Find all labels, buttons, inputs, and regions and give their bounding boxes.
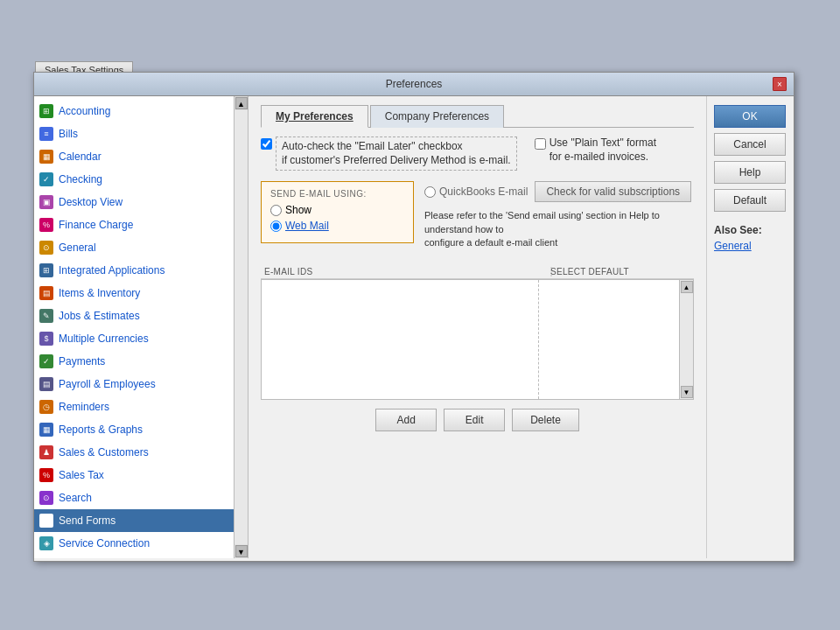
sidebar-item-label-send-forms: Send Forms — [59, 514, 116, 527]
cancel-button[interactable]: Cancel — [714, 133, 786, 156]
reminders-icon: ◷ — [39, 400, 53, 414]
dialog-titlebar: Preferences × — [34, 73, 794, 96]
sidebar-scroll-up[interactable]: ▲ — [235, 97, 248, 109]
sidebar-item-label-items-inventory: Items & Inventory — [59, 287, 140, 299]
sidebar-item-sales-customers[interactable]: ♟Sales & Customers — [34, 441, 248, 464]
sidebar-item-label-sales-tax: Sales Tax — [59, 469, 104, 481]
tab-company-preferences[interactable]: Company Preferences — [370, 105, 504, 128]
radio-show[interactable] — [270, 205, 282, 216]
sales-customers-icon: ♟ — [39, 445, 53, 459]
sidebar-scrollbar[interactable]: ▲ ▼ — [234, 96, 248, 558]
sidebar-scroll-down[interactable]: ▼ — [235, 545, 248, 557]
table-scrollbar[interactable]: ▲ ▼ — [679, 280, 693, 399]
email-ids-default-col — [539, 280, 679, 399]
sidebar-item-label-reports-graphs: Reports & Graphs — [59, 424, 143, 436]
send-forms-icon: ✉ — [39, 514, 53, 528]
checkbox-row: Auto-check the "Email Later" checkboxif … — [261, 136, 694, 171]
sidebar-item-label-finance-charge: Finance Charge — [59, 219, 133, 231]
sidebar-item-general[interactable]: ⊙General — [34, 236, 248, 259]
sidebar-item-spelling[interactable]: ASpelling — [34, 555, 248, 558]
sidebar-item-sales-tax[interactable]: %Sales Tax — [34, 464, 248, 486]
desktop-background: Sales Tax Settings Preferences × ⊞Accoun… — [0, 0, 840, 630]
delete-button[interactable]: Delete — [512, 409, 579, 431]
sidebar-item-reminders[interactable]: ◷Reminders — [34, 396, 248, 418]
multiple-currencies-icon: $ — [39, 332, 53, 346]
sidebar-item-payroll-employees[interactable]: ▤Payroll & Employees — [34, 373, 248, 396]
preferences-dialog: Preferences × ⊞Accounting≡Bills▦Calendar… — [33, 72, 794, 562]
also-see-general-link[interactable]: General — [714, 240, 787, 252]
sidebar-item-search[interactable]: ⊙Search — [34, 486, 248, 509]
email-ids-list[interactable] — [262, 280, 539, 399]
radio-qb-email[interactable] — [424, 186, 436, 198]
radio-show-option: Show — [270, 204, 404, 216]
send-email-title: SEND E-MAIL USING: — [270, 189, 404, 199]
sidebar-item-label-payments: Payments — [59, 355, 105, 368]
check-subscriptions-button[interactable]: Check for valid subscriptions — [535, 181, 691, 202]
qb-email-label-text: QuickBooks E-mail — [439, 186, 528, 198]
sidebar-item-label-checking: Checking — [59, 173, 102, 186]
checkbox-plain-text[interactable] — [535, 138, 546, 150]
sidebar-item-service-connection[interactable]: ◈Service Connection — [34, 532, 248, 555]
service-connection-icon: ◈ — [39, 536, 53, 550]
bottom-buttons: Add Edit Delete — [261, 409, 694, 431]
search-icon: ⊙ — [39, 491, 53, 505]
sidebar-item-label-service-connection: Service Connection — [59, 537, 150, 550]
checkbox-email-later[interactable] — [261, 138, 272, 150]
calendar-icon: ▦ — [39, 150, 53, 164]
help-button[interactable]: Help — [714, 161, 786, 184]
payments-icon: ✓ — [39, 354, 53, 368]
radio-webmail-label[interactable]: Web Mail — [285, 220, 329, 232]
sidebar-item-finance-charge[interactable]: %Finance Charge — [34, 214, 248, 236]
sidebar-item-items-inventory[interactable]: ▤Items & Inventory — [34, 282, 248, 304]
also-see-section: Also See: General — [714, 224, 787, 252]
sidebar-item-bills[interactable]: ≡Bills — [34, 122, 248, 145]
sidebar-item-label-desktop-view: Desktop View — [59, 196, 122, 208]
sidebar-item-label-multiple-currencies: Multiple Currencies — [59, 332, 149, 345]
checkbox-email-later-group: Auto-check the "Email Later" checkboxif … — [261, 136, 517, 171]
email-ids-col1-header: E-MAIL IDS — [264, 267, 549, 276]
main-content: My Preferences Company Preferences Auto-… — [248, 96, 706, 558]
tab-my-preferences[interactable]: My Preferences — [261, 105, 368, 128]
bills-icon: ≡ — [39, 127, 53, 141]
dialog-close-button[interactable]: × — [773, 77, 787, 91]
sidebar-item-integrated-applications[interactable]: ⊞Integrated Applications — [34, 259, 248, 282]
general-icon: ⊙ — [39, 241, 53, 255]
payroll-employees-icon: ▤ — [39, 377, 53, 391]
integrated-applications-icon: ⊞ — [39, 263, 53, 277]
checkbox-plain-text-label: Use "Plain Text" formatfor e-mailed invo… — [550, 136, 656, 164]
sidebar-item-desktop-view[interactable]: ▣Desktop View — [34, 191, 248, 214]
tab-bar: My Preferences Company Preferences — [261, 105, 694, 128]
radio-webmail[interactable] — [270, 220, 282, 232]
reports-graphs-icon: ▦ — [39, 423, 53, 437]
jobs-estimates-icon: ✎ — [39, 309, 53, 323]
qb-email-radio-group: QuickBooks E-mail — [424, 186, 528, 198]
sidebar-item-checking[interactable]: ✓Checking — [34, 168, 248, 191]
checkbox-email-later-label: Auto-check the "Email Later" checkboxif … — [276, 136, 517, 171]
send-email-box: SEND E-MAIL USING: Show Web Mail — [261, 181, 414, 243]
sidebar-item-send-forms[interactable]: ✉Send Forms — [34, 509, 248, 532]
ok-button[interactable]: OK — [714, 105, 786, 128]
table-scroll-up[interactable]: ▲ — [681, 281, 693, 293]
edit-button[interactable]: Edit — [444, 409, 505, 431]
help-text: Please refer to the 'Send email using' s… — [424, 209, 694, 249]
email-ids-header: E-MAIL IDS ┊ SELECT DEFAULT — [261, 265, 694, 279]
table-scroll-down[interactable]: ▼ — [681, 386, 693, 398]
sidebar-item-multiple-currencies[interactable]: $Multiple Currencies — [34, 327, 248, 350]
sidebar-item-reports-graphs[interactable]: ▦Reports & Graphs — [34, 418, 248, 441]
email-ids-table: ▲ ▼ — [261, 279, 694, 400]
sidebar-item-label-reminders: Reminders — [59, 401, 109, 413]
add-button[interactable]: Add — [375, 409, 437, 431]
accounting-icon: ⊞ — [39, 104, 53, 118]
right-buttons-panel: OK Cancel Help Default Also See: General — [706, 96, 794, 558]
sidebar-item-label-integrated-applications: Integrated Applications — [59, 264, 164, 276]
sales-tax-icon: % — [39, 468, 53, 482]
default-button[interactable]: Default — [714, 189, 786, 212]
sidebar-list: ⊞Accounting≡Bills▦Calendar✓Checking▣Desk… — [34, 100, 248, 558]
sidebar-item-calendar[interactable]: ▦Calendar — [34, 145, 248, 168]
sidebar-item-payments[interactable]: ✓Payments — [34, 350, 248, 373]
sidebar-item-jobs-estimates[interactable]: ✎Jobs & Estimates — [34, 304, 248, 327]
qb-email-row: QuickBooks E-mail Check for valid subscr… — [424, 181, 694, 202]
items-inventory-icon: ▤ — [39, 286, 53, 300]
sidebar-item-label-calendar: Calendar — [59, 150, 102, 163]
sidebar-item-accounting[interactable]: ⊞Accounting — [34, 100, 248, 122]
